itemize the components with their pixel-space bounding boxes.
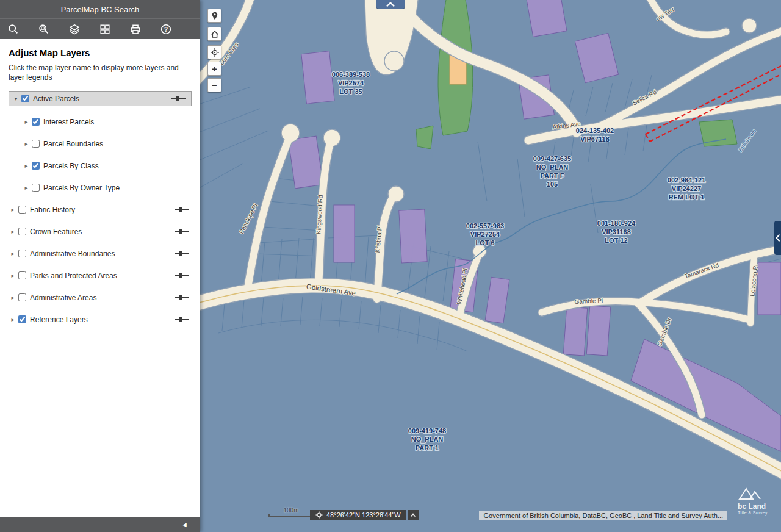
layer-checkbox-administrative-areas[interactable] <box>18 293 26 301</box>
expand-arrow-icon[interactable] <box>9 206 17 213</box>
parcel-label-line: 105 <box>547 181 558 188</box>
collapse-top-panel-tab[interactable] <box>376 0 405 9</box>
layers-panel: Adjust Map Layers Click the map layer na… <box>0 39 200 517</box>
app-window: ParcelMap BC Search ? Adjust Map Layers <box>0 0 781 532</box>
layer-checkbox-active-parcels[interactable] <box>21 95 29 102</box>
expand-arrow-icon[interactable] <box>22 184 31 191</box>
expand-arrow-icon[interactable] <box>9 294 17 301</box>
parcel-label-line: 006-389-538 <box>332 71 370 78</box>
gps-locate-button[interactable] <box>207 45 221 59</box>
layer-label[interactable]: Fabric History <box>30 206 75 214</box>
layer-label[interactable]: Parcels By Owner Type <box>43 184 120 192</box>
layer-label[interactable]: Reference Layers <box>30 315 88 324</box>
sidebar: ParcelMap BC Search ? Adjust Map Layers <box>0 0 200 532</box>
layer-checkbox-fabric-history[interactable] <box>18 206 26 214</box>
map-svg[interactable]: burn Cres Penelope Pl Kingswood Rd Krist… <box>200 0 781 532</box>
layer-checkbox-administrative-boundaries[interactable] <box>18 250 26 257</box>
zoom-in-button[interactable]: + <box>207 62 221 76</box>
parcel-label-line: PART F <box>541 172 564 179</box>
map-background-water <box>200 0 781 532</box>
coordinate-display: 48°26'42"N 123°28'44"W <box>310 510 406 520</box>
transparency-slider-icon[interactable] <box>171 95 186 102</box>
chevron-left-icon <box>776 234 780 242</box>
coordinate-text: 48°26'42"N 123°28'44"W <box>326 511 401 519</box>
layer-row-active-parcels[interactable]: Active Parcels <box>9 91 192 106</box>
layers-button[interactable] <box>67 22 82 37</box>
layer-row-administrative-boundaries[interactable]: Administrative Boundaries <box>9 246 192 261</box>
transparency-slider-icon[interactable] <box>175 294 189 301</box>
layer-row-reference-layers[interactable]: Reference Layers <box>9 312 192 327</box>
expand-arrow-icon[interactable] <box>22 162 31 169</box>
transparency-slider-icon[interactable] <box>175 206 189 213</box>
layer-label[interactable]: Parks and Protected Areas <box>30 271 117 280</box>
help-icon: ? <box>160 23 172 35</box>
locate-pin-button[interactable] <box>207 9 221 23</box>
transparency-slider-icon[interactable] <box>175 228 189 235</box>
parcel-label-line: 009-419-748 <box>408 427 446 434</box>
layer-row-interest-parcels[interactable]: Interest Parcels <box>22 114 192 129</box>
layer-checkbox-parcels-by-class[interactable] <box>32 162 40 170</box>
layer-checkbox-parks-protected-areas[interactable] <box>18 271 26 279</box>
crosshair-locate-icon <box>210 48 220 57</box>
scale-line <box>268 514 314 517</box>
search-button[interactable] <box>6 22 21 37</box>
parcel-label-line: VIP27254 <box>470 231 500 238</box>
search-icon <box>7 23 20 35</box>
layer-row-parcels-by-owner-type[interactable]: Parcels By Owner Type <box>22 180 192 195</box>
parcel-label-line: VIP24227 <box>672 185 701 192</box>
layer-label[interactable]: Interest Parcels <box>43 118 94 126</box>
print-icon <box>129 23 142 35</box>
layer-checkbox-interest-parcels[interactable] <box>32 118 40 126</box>
expand-arrow-icon[interactable] <box>9 228 17 235</box>
expand-arrow-icon[interactable] <box>9 272 17 279</box>
coordinate-crosshair-icon <box>315 511 323 519</box>
layer-checkbox-parcels-by-owner-type[interactable] <box>32 184 40 192</box>
parcel-label-line: 024-135-402 <box>576 127 614 134</box>
print-button[interactable] <box>128 22 143 37</box>
expand-arrow-icon[interactable] <box>22 118 31 125</box>
scale-bar: 100m <box>268 507 314 517</box>
transparency-slider-icon[interactable] <box>175 316 189 323</box>
expand-arrow-icon[interactable] <box>22 140 31 147</box>
basemap-button[interactable] <box>98 22 112 37</box>
help-button[interactable]: ? <box>159 22 173 37</box>
expand-arrow-icon[interactable] <box>9 250 17 257</box>
layer-label[interactable]: Administrative Areas <box>30 293 96 302</box>
layer-row-parcel-boundaries[interactable]: Parcel Boundaries <box>22 136 192 151</box>
layer-label[interactable]: Administrative Boundaries <box>30 250 115 258</box>
parcel-label-line: VIP2574 <box>338 79 364 87</box>
layer-checkbox-reference-layers[interactable] <box>18 315 26 323</box>
layer-checkbox-parcel-boundaries[interactable] <box>32 140 40 148</box>
parcel-label-line: PART 1 <box>416 444 439 451</box>
layer-label[interactable]: Parcels By Class <box>43 162 99 170</box>
expand-arrow-icon[interactable] <box>9 316 17 323</box>
layer-row-parcels-by-class[interactable]: Parcels By Class <box>22 158 192 173</box>
parcel-label-line: 002-557-983 <box>466 222 504 229</box>
sidebar-collapse-icon[interactable]: ◄ <box>181 521 188 528</box>
transparency-slider-icon[interactable] <box>175 272 189 279</box>
transparency-slider-icon[interactable] <box>175 250 189 257</box>
layer-label[interactable]: Crown Features <box>30 228 82 236</box>
parcel-label-line: 009-427-635 <box>533 155 571 162</box>
panel-description: Click the map layer name to display more… <box>9 63 192 82</box>
parcel-label-line: VIP31168 <box>602 228 631 235</box>
coordinate-caret-button[interactable] <box>408 510 419 520</box>
layer-row-administrative-areas[interactable]: Administrative Areas <box>9 290 192 305</box>
panel-heading: Adjust Map Layers <box>9 48 192 58</box>
sidebar-collapse-bar[interactable]: ◄ <box>0 517 200 532</box>
help-glyph: ? <box>164 26 168 32</box>
layer-row-crown-features[interactable]: Crown Features <box>9 224 192 239</box>
layer-row-parks-protected-areas[interactable]: Parks and Protected Areas <box>9 268 192 283</box>
layer-label[interactable]: Active Parcels <box>33 95 79 103</box>
layer-checkbox-crown-features[interactable] <box>18 228 26 235</box>
identify-button[interactable] <box>37 22 51 37</box>
zoom-out-button[interactable]: − <box>207 78 221 92</box>
layer-label[interactable]: Parcel Boundaries <box>43 140 103 148</box>
collapse-arrow-icon[interactable] <box>12 95 20 102</box>
parcel-label-line: NO_PLAN <box>536 164 569 171</box>
map-container[interactable]: burn Cres Penelope Pl Kingswood Rd Krist… <box>200 0 781 532</box>
expand-right-panel-tab[interactable] <box>774 221 781 255</box>
layer-row-fabric-history[interactable]: Fabric History <box>9 202 192 217</box>
caret-up-icon <box>410 513 416 517</box>
home-button[interactable] <box>207 27 221 41</box>
